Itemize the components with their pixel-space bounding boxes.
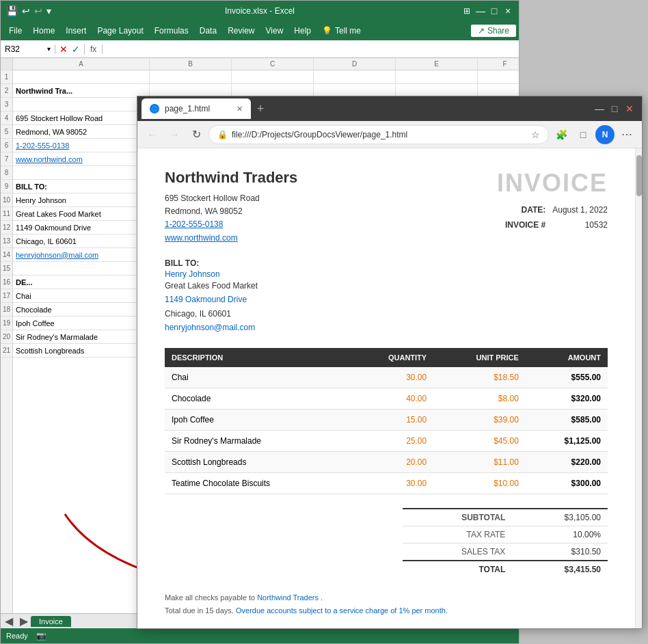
browser-tab-active[interactable]: 🌐 page_1.html ✕ — [141, 98, 251, 119]
bookmark-icon[interactable]: ☆ — [531, 129, 540, 140]
address-bar[interactable]: 🔒 file:///D:/Projects/GroupDocsViewer/pa… — [208, 125, 549, 144]
menu-icon[interactable]: ⋯ — [617, 125, 636, 144]
company-phone[interactable]: 1-202-555-0138 — [165, 218, 297, 231]
cell-a4[interactable]: 695 Stockert Hollow Road — [13, 111, 150, 125]
cell-d1[interactable] — [314, 70, 396, 84]
col-header-e[interactable]: E — [396, 58, 478, 70]
browser-scrollbar[interactable] — [635, 148, 642, 628]
cell-a9[interactable]: BILL TO: — [13, 180, 150, 193]
cell-a17[interactable]: Chai — [13, 289, 150, 303]
list-item: Scottish Longbreads 20.00 $11.00 $220.00 — [165, 452, 608, 473]
sales-tax-label: SALES TAX — [403, 544, 512, 561]
cell-a11[interactable]: Great Lakes Food Market — [13, 207, 150, 221]
redo-icon[interactable]: ↩ — [34, 5, 42, 16]
tax-rate-row: TAX RATE 10.00% — [403, 526, 608, 544]
browser-tab-close-btn[interactable]: ✕ — [237, 105, 243, 113]
col-header-d[interactable]: D — [314, 58, 396, 70]
cell-a5[interactable]: Redmond, WA 98052 — [13, 125, 150, 139]
reader-icon[interactable]: □ — [573, 125, 593, 144]
cell-a12[interactable]: 1149 Oakmound Drive — [13, 221, 150, 234]
cell-a16[interactable]: DE... — [13, 276, 150, 289]
item-amount: $1,125.00 — [526, 431, 608, 452]
item-description: Ipoh Coffee — [165, 410, 348, 431]
bill-to-email[interactable]: henryjohnson@mail.com — [165, 321, 608, 334]
cell-a20[interactable]: Sir Rodney's Marmalade — [13, 330, 150, 344]
profile-button[interactable]: N — [595, 125, 615, 144]
formula-cancel-icon[interactable]: ✕ — [59, 44, 68, 55]
scroll-right-icon[interactable]: ▶ — [17, 615, 31, 628]
excel-close-btn[interactable]: × — [502, 5, 513, 16]
browser-win-controls: — □ ✕ — [593, 102, 642, 116]
excel-maximize-btn[interactable]: □ — [489, 5, 500, 16]
menu-help[interactable]: Help — [288, 23, 316, 38]
menu-page-layout[interactable]: Page Layout — [92, 23, 148, 38]
dropdown-icon[interactable]: ▾ — [46, 5, 51, 16]
tax-rate-label: TAX RATE — [403, 526, 512, 544]
row-15: 15 — [1, 262, 12, 276]
scroll-left-icon[interactable]: ◀ — [1, 615, 17, 628]
cell-a6[interactable]: 1-202-555-0138 — [13, 139, 150, 152]
cell-a13[interactable]: Chicago, IL 60601 — [13, 234, 150, 248]
item-unit-price: $11.00 — [433, 452, 526, 473]
invoice-date: August 1, 2022 — [552, 203, 608, 218]
total-label: TOTAL — [403, 561, 512, 578]
menu-home[interactable]: Home — [27, 23, 60, 38]
sheet-tab-invoice[interactable]: Invoice — [31, 616, 71, 627]
menu-data[interactable]: Data — [194, 23, 222, 38]
excel-resize-icon[interactable]: ⊞ — [461, 5, 472, 16]
new-tab-button[interactable]: + — [251, 99, 270, 118]
sales-tax-value: $310.50 — [512, 544, 608, 561]
subtotal-row: SUBTOTAL $3,105.00 — [403, 509, 608, 526]
extensions-icon[interactable]: 🧩 — [552, 125, 571, 144]
forward-button[interactable]: → — [165, 125, 184, 144]
scrollbar-thumb[interactable] — [636, 155, 642, 196]
menu-insert[interactable]: Insert — [60, 23, 92, 38]
back-button[interactable]: ← — [143, 125, 162, 144]
row-2: 2 — [1, 84, 12, 98]
cell-reference[interactable]: R32 ▾ — [1, 44, 55, 54]
excel-minimize-btn[interactable]: — — [475, 5, 486, 16]
footer-company-link[interactable]: Northwind Traders — [257, 593, 319, 602]
browser-navbar: ← → ↻ 🔒 file:///D:/Projects/GroupDocsVie… — [137, 121, 642, 148]
row-17: 17 — [1, 289, 12, 303]
cell-a15[interactable] — [13, 262, 150, 276]
row-14: 14 — [1, 248, 12, 262]
cell-a2[interactable]: Northwind Tra... — [13, 84, 150, 98]
cell-f1[interactable] — [478, 70, 519, 84]
cell-a1[interactable] — [13, 70, 150, 84]
col-header-c[interactable]: C — [232, 58, 314, 70]
col-header-a[interactable]: A — [13, 58, 150, 70]
cell-a14[interactable]: henryjohnson@mail.com — [13, 248, 150, 262]
menu-view[interactable]: View — [260, 23, 289, 38]
cell-a19[interactable]: Ipoh Coffee — [13, 317, 150, 330]
cell-a8[interactable] — [13, 166, 150, 180]
browser-close-btn[interactable]: ✕ — [623, 102, 636, 116]
cell-a21[interactable]: Scottish Longbreads — [13, 344, 150, 358]
menu-review[interactable]: Review — [222, 23, 260, 38]
cell-b1[interactable] — [150, 70, 232, 84]
undo-icon[interactable]: ↩ — [22, 5, 30, 16]
excel-win-controls: ⊞ — □ × — [461, 5, 513, 16]
camera-icon[interactable]: 📷 — [36, 631, 46, 641]
menu-formulas[interactable]: Formulas — [149, 23, 194, 38]
cell-a18[interactable]: Chocolade — [13, 303, 150, 317]
tell-me-field[interactable]: 💡 Tell me — [316, 23, 366, 38]
col-header-b[interactable]: B — [150, 58, 232, 70]
browser-maximize-btn[interactable]: □ — [608, 102, 621, 116]
cell-a10[interactable]: Henry Johnson — [13, 193, 150, 207]
formula-confirm-icon[interactable]: ✓ — [72, 44, 80, 55]
cell-a7[interactable]: www.northwind.com — [13, 152, 150, 166]
save-icon[interactable]: 💾 — [6, 5, 18, 16]
cell-e1[interactable] — [396, 70, 478, 84]
menu-file[interactable]: File — [3, 23, 27, 38]
excel-titlebar: 💾 ↩ ↩ ▾ Invoice.xlsx - Excel ⊞ — □ × — [1, 1, 519, 21]
browser-minimize-btn[interactable]: — — [593, 102, 606, 116]
share-button[interactable]: ↗ Share — [471, 25, 516, 37]
refresh-button[interactable]: ↻ — [187, 125, 206, 144]
company-website[interactable]: www.northwind.com — [165, 232, 297, 245]
col-header-f[interactable]: F — [478, 58, 519, 70]
cell-a3[interactable] — [13, 98, 150, 111]
cell-c1[interactable] — [232, 70, 314, 84]
formula-input[interactable] — [103, 44, 519, 54]
row-6: 6 — [1, 139, 12, 152]
